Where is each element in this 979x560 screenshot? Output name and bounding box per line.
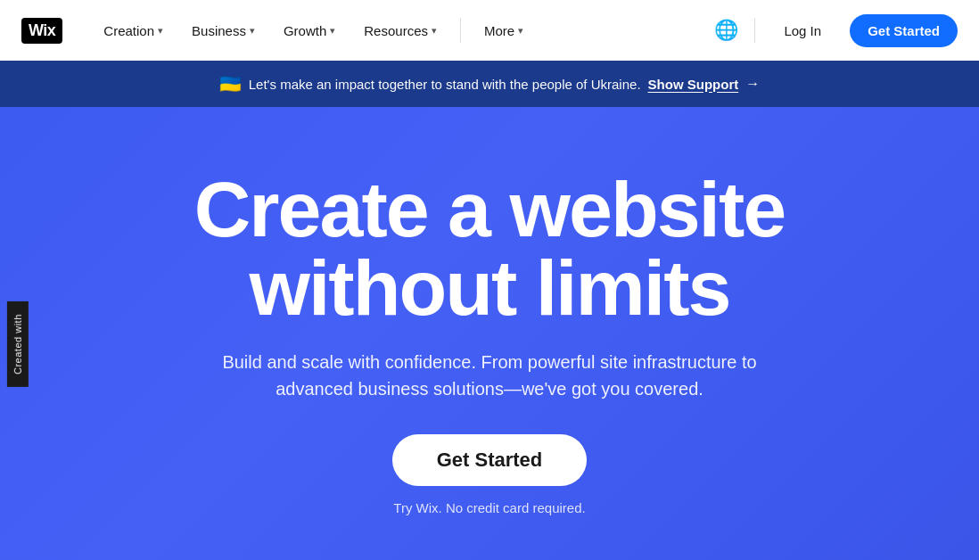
nav-business-label: Business [192, 23, 246, 38]
side-tab-label: Created with [12, 314, 23, 375]
login-button[interactable]: Log In [769, 16, 835, 45]
hero-note: Try Wix. No credit card required. [393, 500, 585, 515]
nav-resources-label: Resources [364, 23, 428, 38]
chevron-down-icon: ▾ [518, 25, 523, 37]
globe-icon[interactable]: 🌐 [712, 16, 740, 45]
nav-item-growth[interactable]: Growth ▾ [271, 16, 348, 45]
arrow-right-icon: → [745, 76, 760, 92]
main-content: 🇺🇦 Let's make an impact together to stan… [0, 61, 979, 560]
nav-item-more[interactable]: More ▾ [472, 16, 536, 45]
hero-title: Create a website without limits [194, 170, 786, 327]
header-divider [754, 18, 755, 43]
hero-section: Create a website without limits Build an… [0, 107, 979, 560]
nav-divider [460, 18, 461, 43]
chevron-down-icon: ▾ [158, 25, 163, 37]
banner-show-support-link[interactable]: Show Support [648, 77, 739, 92]
chevron-down-icon: ▾ [432, 25, 437, 37]
hero-title-line1: Create a website [194, 165, 786, 253]
nav-item-business[interactable]: Business ▾ [179, 16, 267, 45]
chevron-down-icon: ▾ [250, 25, 255, 37]
wix-logo[interactable]: Wix [21, 18, 62, 44]
chevron-down-icon: ▾ [330, 25, 335, 37]
side-tab: Created with [7, 301, 29, 387]
ukraine-flag-icon: 🇺🇦 [219, 73, 242, 95]
nav-more-label: More [484, 23, 514, 38]
ukraine-banner: 🇺🇦 Let's make an impact together to stan… [0, 61, 979, 107]
get-started-header-button[interactable]: Get Started [850, 14, 958, 47]
banner-text: Let's make an impact together to stand w… [249, 77, 641, 92]
nav-item-resources[interactable]: Resources ▾ [351, 16, 449, 45]
nav-growth-label: Growth [284, 23, 326, 38]
nav-creation-label: Creation [103, 23, 154, 38]
header: Wix Creation ▾ Business ▾ Growth ▾ Resou… [0, 0, 979, 61]
nav-item-creation[interactable]: Creation ▾ [91, 16, 176, 45]
hero-subtitle: Build and scale with confidence. From po… [222, 349, 757, 402]
hero-title-line2: without limits [249, 243, 729, 332]
header-right: 🌐 Log In Get Started [712, 14, 958, 47]
logo-area: Wix [21, 18, 62, 44]
get-started-hero-button[interactable]: Get Started [392, 434, 588, 486]
main-nav: Creation ▾ Business ▾ Growth ▾ Resources… [91, 16, 712, 45]
